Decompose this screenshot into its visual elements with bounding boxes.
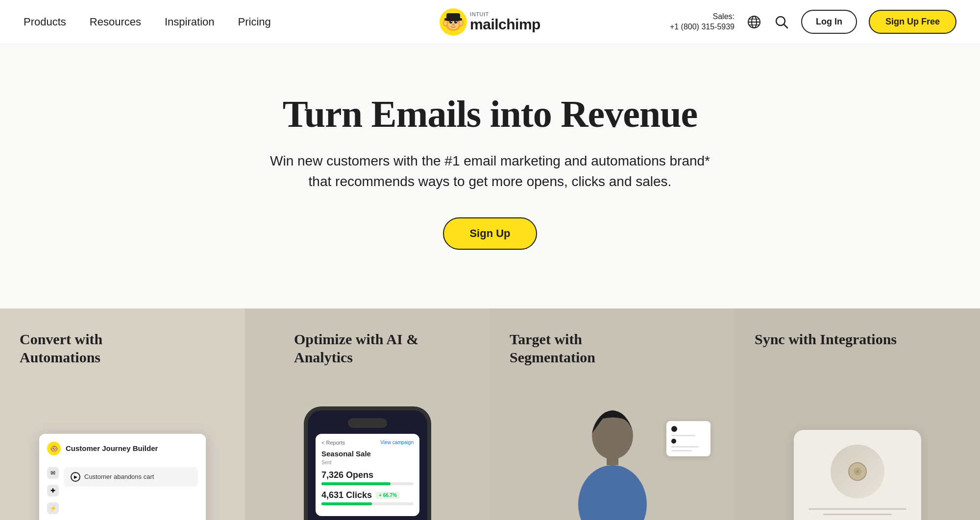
phone-clicks-bar-fill <box>321 502 372 505</box>
phone-campaign-title: Seasonal Sale <box>321 449 414 458</box>
doc-line-2 <box>671 446 699 448</box>
feature-card-segmentation: Target with Segmentation <box>490 308 735 520</box>
nav-left: Products Resources Inspiration Pricing <box>24 16 271 28</box>
cjb-abandon-cart-row: ▶ Customer abandons cart <box>64 467 198 487</box>
phone-opens-stat: 7,326 Opens <box>321 470 414 485</box>
feature-card-automations: Convert with Automations 🐵 Customer Jour… <box>0 308 245 520</box>
svg-point-7 <box>452 24 455 25</box>
svg-rect-13 <box>444 18 462 21</box>
cjb-header: 🐵 Customer Journey Builder <box>47 442 198 455</box>
phone-notch <box>348 418 387 428</box>
nav-item-resources[interactable]: Resources <box>90 16 141 28</box>
phone-percent-badge: + 66.7% <box>376 492 400 499</box>
features-section: Convert with Automations 🐵 Customer Jour… <box>0 308 980 520</box>
feature-title-automations: Convert with Automations <box>20 330 167 367</box>
svg-point-11 <box>460 21 463 25</box>
nav-item-inspiration[interactable]: Inspiration <box>165 16 215 28</box>
sales-phone[interactable]: +1 (800) 315-5939 <box>670 22 735 32</box>
cjb-title-text: Customer Journey Builder <box>66 444 158 452</box>
segmentation-visual <box>510 406 715 520</box>
svg-rect-22 <box>607 455 618 465</box>
svg-point-5 <box>451 21 452 22</box>
phone-report-header: < Reports View campaign <box>321 440 414 446</box>
svg-point-23 <box>578 465 647 520</box>
cjb-icon-3: ⚡ <box>47 502 59 514</box>
nav-item-pricing[interactable]: Pricing <box>238 16 271 28</box>
nav-sales: Sales: +1 (800) 315-5939 <box>670 12 735 32</box>
phone-view-campaign: View campaign <box>380 440 414 445</box>
phone-clicks-value: 4,631 Clicks <box>321 490 372 500</box>
feature-mockup-analytics: < Reports View campaign Seasonal Sale Se… <box>304 382 431 520</box>
cjb-icon-1: ✉ <box>47 467 59 479</box>
logo[interactable]: INTUIT mailchimp <box>440 8 540 36</box>
login-button[interactable]: Log In <box>801 10 857 34</box>
svg-line-20 <box>784 24 787 28</box>
cjb-logo-icon: 🐵 <box>47 442 61 455</box>
hero-section: Turn Emails into Revenue Win new custome… <box>0 44 980 308</box>
svg-point-9 <box>444 21 447 25</box>
logo-text: INTUIT mailchimp <box>470 12 540 32</box>
hero-title: Turn Emails into Revenue <box>283 93 697 135</box>
phone-opens-bar-fill <box>321 482 391 485</box>
language-icon[interactable] <box>746 14 762 30</box>
mailchimp-monkey-icon <box>440 8 467 36</box>
device-line-1 <box>808 508 906 510</box>
document-overlay <box>666 421 710 456</box>
device-circle <box>831 445 884 498</box>
search-icon[interactable] <box>774 14 789 30</box>
feature-mockup-integrations <box>755 364 960 520</box>
doc-line-3 <box>671 450 692 451</box>
speaker-icon <box>845 459 870 484</box>
phone-opens-bar <box>321 482 414 485</box>
phone-clicks-row: 4,631 Clicks + 66.7% <box>321 490 414 500</box>
cjb-main-content: ▶ Customer abandons cart <box>64 463 198 520</box>
feature-title-analytics: Optimize with AI & Analytics <box>294 330 441 367</box>
navbar: Products Resources Inspiration Pricing <box>0 0 980 44</box>
cjb-icon-list: ✉ ✚ ⚡ ◈ <box>47 463 59 520</box>
feature-mockup-automations: 🐵 Customer Journey Builder ✉ ✚ ⚡ ◈ ▶ Cus… <box>20 382 225 520</box>
logo-container[interactable]: INTUIT mailchimp <box>440 8 540 36</box>
feature-title-integrations: Sync with Integrations <box>755 330 902 349</box>
doc-dot-1 <box>671 426 677 432</box>
customer-journey-builder-mockup: 🐵 Customer Journey Builder ✉ ✚ ⚡ ◈ ▶ Cus… <box>39 434 206 520</box>
feature-mockup-segmentation <box>510 382 715 520</box>
cjb-play-icon: ▶ <box>71 472 80 482</box>
feature-card-analytics: Optimize with AI & Analytics < Reports V… <box>245 308 490 520</box>
cjb-cart-text: Customer abandons cart <box>84 473 154 480</box>
logo-mailchimp: mailchimp <box>470 17 540 32</box>
phone-opens-value: 7,326 Opens <box>321 470 414 480</box>
person-silhouette <box>559 406 666 520</box>
feature-title-segmentation: Target with Segmentation <box>510 330 657 367</box>
sales-label: Sales: <box>670 12 735 22</box>
device-mockup <box>794 430 921 520</box>
device-line-2 <box>823 514 892 515</box>
phone-screen: < Reports View campaign Seasonal Sale Se… <box>316 434 419 516</box>
hero-cta-button[interactable]: Sign Up <box>443 217 537 250</box>
phone-clicks-bar <box>321 502 414 505</box>
nav-item-products[interactable]: Products <box>24 16 66 28</box>
phone-clicks-stat: 4,631 Clicks + 66.7% <box>321 490 414 505</box>
phone-reports-back: < Reports <box>321 440 345 446</box>
doc-dot-2 <box>671 439 676 444</box>
cjb-sidebar: ✉ ✚ ⚡ ◈ ▶ Customer abandons cart <box>47 463 198 520</box>
signup-button-nav[interactable]: Sign Up Free <box>869 10 956 34</box>
hero-subtitle: Win new customers with the #1 email mark… <box>270 151 710 192</box>
phone-mockup: < Reports View campaign Seasonal Sale Se… <box>304 406 431 520</box>
doc-line-1 <box>671 435 695 436</box>
feature-card-integrations: Sync with Integrations <box>735 308 980 520</box>
svg-point-26 <box>856 470 859 473</box>
svg-point-6 <box>456 21 457 22</box>
cjb-icon-2: ✚ <box>47 485 59 496</box>
nav-right: Sales: +1 (800) 315-5939 Log In Sign Up … <box>670 10 956 34</box>
phone-sent-label: Sent <box>321 460 414 465</box>
